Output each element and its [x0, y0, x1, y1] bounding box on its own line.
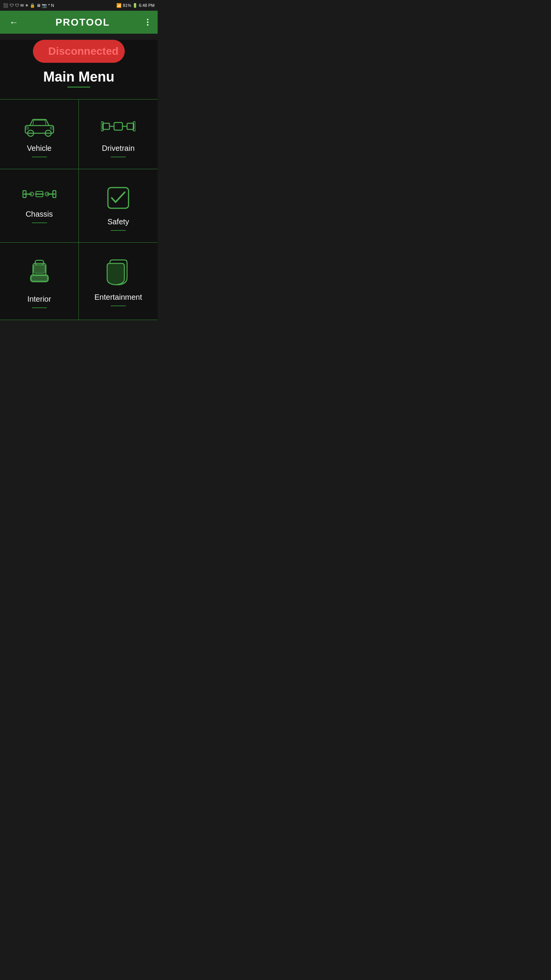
status-right: 📶 81% 🔋 6:48 PM — [116, 3, 155, 8]
app-title: PROTOOL — [55, 16, 110, 28]
safety-label: Safety — [108, 217, 129, 226]
safety-underline — [111, 230, 126, 231]
svg-rect-26 — [31, 276, 47, 281]
signal-icon: 📶 — [116, 3, 122, 8]
menu-item-drivetrain[interactable]: Drivetrain — [79, 100, 158, 169]
svg-rect-25 — [34, 265, 45, 273]
screenshot-icon: 📷 — [42, 3, 47, 8]
brightness-icon: ☀ — [25, 3, 29, 8]
vehicle-icon — [22, 115, 57, 138]
notification-icon: ⬛ — [3, 3, 8, 8]
svg-rect-24 — [35, 260, 44, 265]
menu-dot-2 — [147, 21, 148, 23]
connection-status-banner[interactable]: Disconnected — [33, 40, 125, 63]
vehicle-label: Vehicle — [27, 144, 52, 153]
status-icons: ⬛ 🛡 🛡 ✉ ☀ 🔒 🖥 📷 * N — [3, 3, 54, 8]
drivetrain-underline — [111, 157, 126, 157]
menu-item-entertainment[interactable]: Entertainment — [79, 243, 158, 320]
lock-icon: 🔒 — [30, 3, 35, 8]
menu-grid: Vehicle — [0, 99, 158, 320]
svg-rect-8 — [114, 122, 122, 130]
safety-icon — [105, 185, 132, 211]
interior-icon — [26, 258, 53, 289]
content-area: Disconnected Main Menu — [0, 40, 158, 320]
interior-underline — [32, 307, 47, 308]
gmail-icon: ✉ — [20, 3, 24, 8]
entertainment-underline — [111, 305, 126, 306]
overflow-menu-button[interactable] — [144, 16, 152, 29]
menu-dot-1 — [147, 19, 148, 20]
interior-label: Interior — [27, 295, 51, 304]
chassis-underline — [32, 222, 47, 223]
back-button[interactable]: ← — [6, 14, 21, 31]
battery-icon: 🔋 — [132, 3, 138, 8]
bluetooth-icon: * — [48, 3, 50, 8]
chassis-label: Chassis — [26, 210, 53, 219]
monitor-icon: 🖥 — [36, 3, 41, 8]
menu-item-vehicle[interactable]: Vehicle — [0, 100, 79, 169]
menu-item-chassis[interactable]: Chassis — [0, 169, 79, 243]
entertainment-label: Entertainment — [95, 293, 142, 302]
vehicle-underline — [32, 157, 47, 157]
battery-text: 81% — [123, 3, 131, 8]
menu-dot-3 — [147, 24, 148, 26]
drivetrain-label: Drivetrain — [102, 144, 135, 153]
entertainment-icon — [104, 258, 133, 287]
menu-item-safety[interactable]: Safety — [79, 169, 158, 243]
chassis-icon — [22, 185, 57, 204]
wifi-shield-icon: 🛡 — [10, 3, 14, 8]
app-bar: ← PROTOOL — [0, 11, 158, 34]
nfc-icon: N — [51, 3, 54, 8]
svg-rect-0 — [25, 126, 54, 133]
title-underline — [67, 87, 90, 88]
drivetrain-icon — [101, 115, 135, 138]
vpn-icon: 🛡 — [15, 3, 19, 8]
main-menu-title: Main Menu — [0, 69, 158, 85]
time-display: 6:48 PM — [139, 3, 155, 8]
menu-item-interior[interactable]: Interior — [0, 243, 79, 320]
status-bar: ⬛ 🛡 🛡 ✉ ☀ 🔒 🖥 📷 * N 📶 81% 🔋 6:48 PM — [0, 0, 158, 11]
